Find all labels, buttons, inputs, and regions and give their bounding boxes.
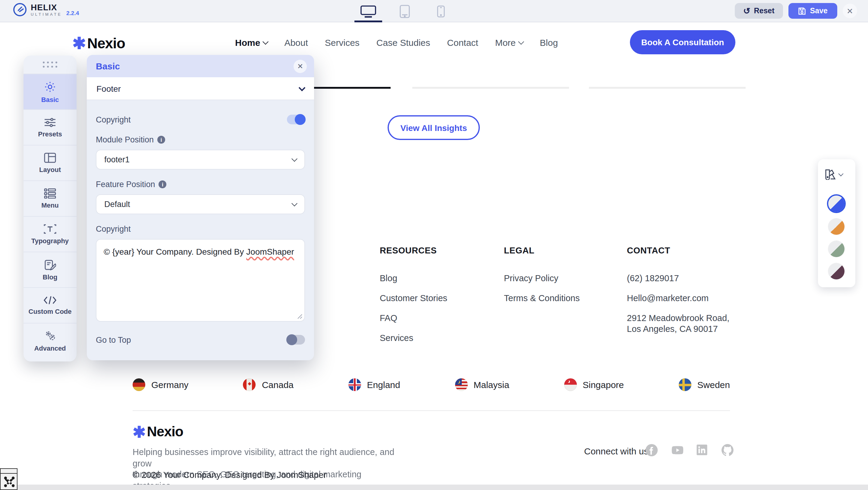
joomla-badge[interactable] <box>0 468 18 490</box>
panel-header: Basic ✕ <box>87 55 314 77</box>
close-customizer-button[interactable]: ✕ <box>843 4 857 18</box>
tablet-preview-icon[interactable] <box>394 0 415 22</box>
desktop-preview-icon[interactable] <box>358 0 378 22</box>
facebook-icon[interactable] <box>645 443 658 457</box>
view-all-insights-button[interactable]: View All Insights <box>388 115 480 140</box>
brand-name: HELIX <box>31 3 62 11</box>
country-sweden[interactable]: Sweden <box>679 378 730 391</box>
sliders-icon <box>44 117 56 127</box>
misspelled-word: JoomShaper <box>246 247 294 256</box>
joomla-icon <box>4 476 15 488</box>
book-consultation-button[interactable]: Book A Consultation <box>630 30 735 54</box>
color-swatch-blue[interactable] <box>827 194 846 213</box>
chevron-down-icon <box>291 200 298 206</box>
nexio-logo-mark-icon: ✱ <box>133 424 146 440</box>
sidebar-item-blog[interactable]: Blog <box>24 252 76 287</box>
nav-case-studies[interactable]: Case Studies <box>376 37 430 48</box>
nav-contact[interactable]: Contact <box>447 37 478 48</box>
drag-handle-icon[interactable] <box>24 56 76 74</box>
sweden-flag-icon <box>679 378 691 391</box>
code-icon <box>43 296 57 305</box>
site-logo-text: Nexio <box>87 35 125 52</box>
youtube-icon[interactable] <box>670 443 684 457</box>
mobile-preview-icon[interactable] <box>430 0 451 22</box>
site-logo[interactable]: ✱ Nexio <box>72 35 125 52</box>
chevron-down-icon <box>518 39 524 45</box>
feature-position-select[interactable]: Default <box>96 194 305 214</box>
customizer-sidebar: Basic Presets Layout Menu <box>24 56 76 362</box>
footer-link[interactable]: FAQ <box>380 313 447 323</box>
typography-icon <box>43 224 57 234</box>
footer-link[interactable]: Customer Stories <box>380 293 447 303</box>
sidebar-item-custom-code[interactable]: Custom Code <box>24 287 76 323</box>
country-england[interactable]: England <box>348 378 400 391</box>
footer-section-header[interactable]: Footer <box>87 77 314 100</box>
bottom-footer-logo[interactable]: ✱ Nexio <box>133 424 183 440</box>
go-to-top-label: Go to Top <box>96 335 131 344</box>
sidebar-item-menu[interactable]: Menu <box>24 180 76 216</box>
gear-icon <box>44 81 56 93</box>
info-icon[interactable]: i <box>157 136 165 144</box>
canada-flag-icon <box>243 378 256 391</box>
footer-link[interactable]: Services <box>380 333 447 343</box>
sidebar-item-advanced[interactable]: Advanced <box>24 323 76 358</box>
singapore-flag-icon <box>564 378 577 391</box>
carousel-indicator <box>589 87 746 88</box>
nav-services[interactable]: Services <box>325 37 360 48</box>
footer-column-legal: LEGAL Privacy Policy Terms & Conditions <box>504 246 580 313</box>
footer-column-contact: CONTACT (62) 1829017 Hello@marketer.com … <box>627 246 730 344</box>
contact-email[interactable]: Hello@marketer.com <box>627 293 730 303</box>
helix-logo: HELIX ULTIMATE 2.2.4 <box>13 3 79 17</box>
copyright-toggle[interactable] <box>287 115 305 124</box>
footer-description: Helping businesses improve visibility, a… <box>133 446 398 490</box>
footer-link[interactable]: Terms & Conditions <box>504 293 580 303</box>
nav-blog[interactable]: Blog <box>540 37 558 48</box>
topbar-actions: ↺ Reset Save ✕ <box>735 3 857 19</box>
module-position-select[interactable]: footer1 <box>96 150 305 170</box>
footer-heading: RESOURCES <box>380 246 447 255</box>
germany-flag-icon <box>133 378 145 391</box>
github-icon[interactable] <box>721 443 734 457</box>
connect-label: Connect with us <box>584 446 648 456</box>
info-icon[interactable]: i <box>159 180 167 188</box>
social-links <box>645 443 734 457</box>
chevron-down-icon <box>838 171 844 176</box>
country-canada[interactable]: Canada <box>243 378 293 391</box>
country-singapore[interactable]: Singapore <box>564 378 624 391</box>
helix-logo-icon <box>13 3 27 17</box>
footer-link[interactable]: Privacy Policy <box>504 273 580 283</box>
color-swatch-green[interactable] <box>828 241 844 257</box>
nav-about[interactable]: About <box>284 37 308 48</box>
site-nav: Home About Services Case Studies Contact… <box>235 37 558 48</box>
preset-colors-toggle[interactable] <box>825 169 843 180</box>
copyright-textarea[interactable]: © {year} Your Company. Designed By JoomS… <box>96 239 305 322</box>
save-button[interactable]: Save <box>788 3 837 19</box>
country-germany[interactable]: Germany <box>133 378 188 391</box>
basic-settings-panel: Basic ✕ Footer Copyright Module Position… <box>87 55 314 360</box>
panel-close-button[interactable]: ✕ <box>293 59 307 73</box>
contact-phone[interactable]: (62) 1829017 <box>627 273 730 283</box>
country-malaysia[interactable]: Malaysia <box>455 378 509 391</box>
footer-heading: CONTACT <box>627 246 730 255</box>
reset-button[interactable]: ↺ Reset <box>735 3 783 19</box>
footer-divider <box>133 410 730 411</box>
device-preview-switcher <box>358 0 451 22</box>
save-icon <box>798 7 806 15</box>
linkedin-icon[interactable] <box>695 443 709 457</box>
layout-icon <box>44 153 56 163</box>
nav-more[interactable]: More <box>495 37 523 48</box>
footer-column-resources: RESOURCES Blog Customer Stories FAQ Serv… <box>380 246 447 353</box>
color-swatch-maroon[interactable] <box>828 263 844 279</box>
sidebar-item-layout[interactable]: Layout <box>24 145 76 180</box>
copyright-text-label: Copyright <box>96 225 305 234</box>
color-swatch-orange[interactable] <box>828 219 844 235</box>
sidebar-item-typography[interactable]: Typography <box>24 216 76 252</box>
sidebar-item-basic[interactable]: Basic <box>24 74 76 109</box>
nav-home[interactable]: Home <box>235 37 267 48</box>
resize-handle-icon[interactable] <box>297 314 303 319</box>
brand-sub: ULTIMATE <box>31 13 62 17</box>
footer-copyright: © 2026 Your Company. Designed By JoomSha… <box>133 470 327 480</box>
go-to-top-toggle[interactable] <box>287 335 305 345</box>
sidebar-item-presets[interactable]: Presets <box>24 109 76 145</box>
footer-link[interactable]: Blog <box>380 273 447 283</box>
